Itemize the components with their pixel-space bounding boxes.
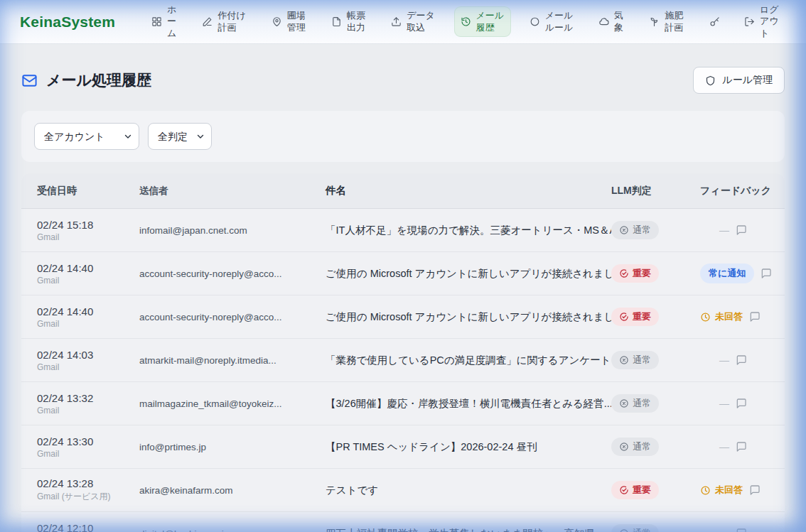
received-datetime: 02/24 14:03 [37,349,128,361]
account-label: Gmail [37,362,128,372]
cell-received-datetime: 02/24 13:32 Gmail [21,392,128,416]
llm-judgement-label: 重要 [633,310,651,323]
sender-email: info@prtimes.jp [128,442,314,452]
nav-item-field-management[interactable]: 圃場管理 [265,6,313,37]
circle-icon [530,16,540,27]
nav-menu: ホーム作付け計画圃場管理帳票出力データ取込メール履歴メールルール気象施肥計画ログ… [145,1,786,43]
account-filter-wrap: 全アカウント [34,123,139,150]
comment-bubble-icon[interactable] [736,398,747,409]
clock-icon [700,312,711,322]
nav-item-report-output[interactable]: 帳票出力 [325,6,373,37]
cell-received-datetime: 02/24 14:40 Gmail [21,262,128,286]
upload-icon [391,16,402,27]
nav-item-logout[interactable]: ログアウト [738,1,786,43]
received-datetime: 02/24 13:28 [37,477,128,489]
table-row[interactable]: 02/24 14:40 Gmail account-security-norep… [21,252,785,295]
llm-judgement-label: 重要 [633,267,651,280]
feedback-empty: — [719,441,729,452]
nav-item-label: メール履歴 [476,10,505,33]
table-row[interactable]: 02/24 13:32 Gmail mailmagazine_tkmail@to… [21,382,785,425]
brand-logo[interactable]: KeinaSystem [20,13,115,31]
nav-item-key[interactable] [703,13,726,31]
llm-judgement-badge: 通常 [611,394,659,413]
cell-received-datetime: 02/24 14:03 Gmail [21,349,128,372]
document-icon [331,16,342,27]
received-datetime: 02/24 12:10 [37,522,128,532]
sender-email: mailmagazine_tkmail@toyokeiz... [128,398,314,409]
llm-judgement-label: 重要 [633,484,651,496]
llm-judgement-badge: 通常 [611,524,659,532]
llm-judgement-label: 通常 [633,440,651,453]
table-row[interactable]: 02/24 14:40 Gmail account-security-norep… [21,295,785,339]
account-label: Gmail [37,319,128,329]
page-title-text: メール処理履歴 [46,70,151,90]
nav-item-label: ログアウト [760,4,780,39]
cell-feedback: 未回答 [700,310,785,323]
cell-feedback: — [700,441,785,452]
pin-icon [272,16,282,27]
nav-item-weather[interactable]: 気象 [592,6,631,37]
sender-email: atmarkit-mail@noreply.itmedia... [128,355,314,366]
comment-bubble-icon[interactable] [761,268,772,279]
received-datetime: 02/24 13:32 [37,392,128,404]
feedback-empty: — [719,528,729,532]
feedback-unanswered-label: 未回答 [700,484,743,496]
table-header-row: 受信日時 送信者 件名 LLM判定 フィードバック [21,173,785,209]
cell-received-datetime: 02/24 15:18 Gmail [21,219,128,242]
comment-bubble-icon[interactable] [736,224,747,236]
comment-bubble-icon[interactable] [736,528,747,532]
account-label: Gmail [37,406,128,416]
cell-llm-judgement: 重要 [611,308,700,326]
seedling-icon [649,16,660,27]
table-row[interactable]: 02/24 13:30 Gmail info@prtimes.jp 【PR TI… [21,425,785,469]
nav-item-mail-history[interactable]: メール履歴 [454,6,512,37]
comment-bubble-icon[interactable] [749,484,761,496]
key-icon [709,16,720,27]
comment-bubble-icon[interactable] [749,311,761,322]
rule-management-button[interactable]: ルール管理 [693,67,785,94]
table-row[interactable]: 02/24 14:03 Gmail atmarkit-mail@noreply.… [21,339,785,382]
cell-feedback: — [700,528,785,532]
comment-bubble-icon[interactable] [736,354,747,366]
llm-judgement-label: 通常 [633,224,651,237]
cell-received-datetime: 02/24 14:40 Gmail [21,305,128,329]
judgement-filter-wrap: 全判定 [148,123,212,150]
nav-item-mail-rules[interactable]: メールルール [523,6,581,37]
cell-received-datetime: 02/24 13:28 Gmail (サービス用) [21,477,128,503]
nav-item-fertilizer-plan[interactable]: 施肥計画 [643,6,691,37]
feedback-always-notify-badge: 常に通知 [700,264,754,283]
feedback-empty: — [719,354,729,366]
table-row[interactable]: 02/24 13:28 Gmail (サービス用) akira@keinafar… [21,469,785,512]
sender-email: digital@kochinews.jp [128,528,314,532]
header-received-datetime: 受信日時 [21,185,128,197]
main-content: メール処理履歴 ルール管理 全アカウント 全判定 [0,44,806,532]
account-label: Gmail [37,232,128,242]
received-datetime: 02/24 14:40 [37,262,128,274]
received-datetime: 02/24 13:30 [37,435,128,447]
feedback-empty: — [719,398,729,409]
llm-judgement-label: 通常 [633,397,651,410]
table-row[interactable]: 02/24 12:10 digital@kochinews.jp 四万十福祉専門… [21,512,785,532]
nav-item-home[interactable]: ホーム [145,1,184,43]
sender-email: account-security-noreply@acco... [128,312,314,322]
judgement-filter-select[interactable]: 全判定 [149,124,211,149]
nav-item-label: 作付け計画 [217,10,247,33]
header-sender: 送信者 [128,185,314,197]
llm-judgement-badge: 通常 [611,438,659,456]
table-row[interactable]: 02/24 15:18 Gmail infomail@japan.cnet.co… [21,209,785,252]
cell-llm-judgement: 通常 [611,394,700,413]
mail-icon [21,72,38,89]
comment-bubble-icon[interactable] [736,441,747,452]
header-llm-judgement: LLM判定 [611,185,700,197]
nav-item-data-import[interactable]: データ取込 [385,6,442,37]
clock-icon [700,485,711,496]
cell-feedback: — [700,354,785,366]
nav-item-planting-plan[interactable]: 作付け計画 [195,6,253,37]
cell-received-datetime: 02/24 13:30 Gmail [21,435,128,459]
mail-subject: テストです [314,484,611,497]
sender-email: akira@keinafarm.com [128,485,314,496]
llm-judgement-badge: 重要 [611,308,659,326]
shield-icon [705,75,716,86]
app-window: KeinaSystem ホーム作付け計画圃場管理帳票出力データ取込メール履歴メー… [0,0,806,532]
account-filter-select[interactable]: 全アカウント [35,124,139,149]
